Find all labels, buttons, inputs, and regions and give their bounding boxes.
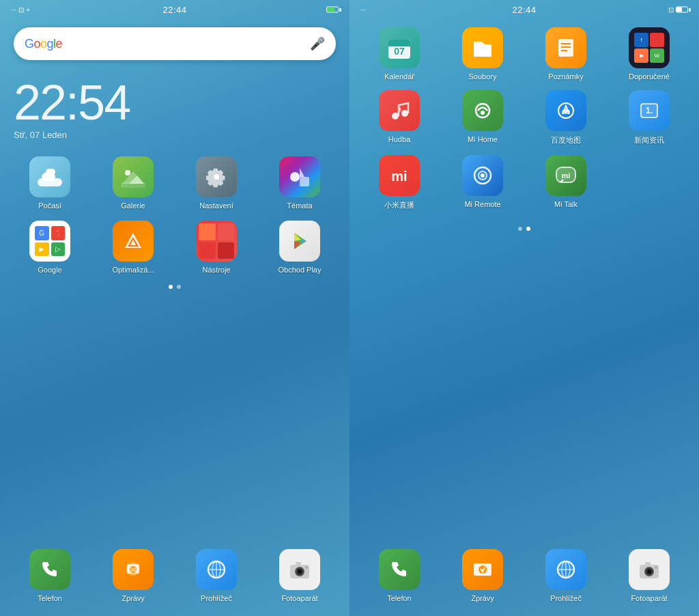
sim-r: ⊡ <box>668 6 674 14</box>
svg-text:✉: ✉ <box>130 566 136 574</box>
signal-icon: ··· <box>11 6 16 14</box>
svg-marker-6 <box>300 168 304 177</box>
app-icon-google: G 📍 ▶ ▷ <box>29 221 70 262</box>
svg-rect-31 <box>474 44 491 57</box>
app-mi[interactable]: mi 小米直播 <box>360 155 438 210</box>
rec-folder: f ▶ W <box>631 30 667 66</box>
app-pocasi[interactable]: Počasí <box>11 156 89 210</box>
app-icon-mihome <box>462 90 503 131</box>
app-grid-row1: Počasí Galerie Nastavení <box>0 143 350 279</box>
dock-prohlizec[interactable]: Prohlížeč <box>177 549 255 602</box>
dock-icon-r-telefon <box>379 549 420 590</box>
svg-point-5 <box>290 172 300 182</box>
dock-label-fotoaparat: Fotoaparát <box>281 594 317 602</box>
app-nastaveni[interactable]: Nastavení <box>177 156 255 210</box>
dock-label-r-fotoaparat: Fotoaparát <box>631 594 667 602</box>
dock-fotoaparat[interactable]: Fotoaparát <box>261 549 339 602</box>
svg-text:mi: mi <box>562 171 571 180</box>
svg-point-51 <box>481 173 485 178</box>
svg-text:mi: mi <box>391 169 407 184</box>
app-icon-mi: mi <box>379 155 420 196</box>
app-playstore[interactable]: Obchod Play <box>261 221 339 274</box>
app-label-kalendar: Kalendář <box>384 72 414 81</box>
signal-icon-r: ··· <box>360 6 366 14</box>
svg-point-26 <box>305 566 308 569</box>
status-time: 22:44 <box>162 5 186 15</box>
app-kalendar[interactable]: 07 Kalendář <box>360 27 438 81</box>
search-bar[interactable]: Google 🎤 <box>14 27 336 60</box>
status-right-left: ··· <box>360 6 366 14</box>
t1 <box>199 223 216 240</box>
t2 <box>218 223 235 240</box>
app-label-temata: Témata <box>287 201 312 210</box>
dock-icon-prohlizec <box>196 549 237 590</box>
dock-r-telefon[interactable]: Telefon <box>360 549 438 602</box>
app-icon-poznamky <box>545 27 586 68</box>
app-icon-galerie <box>113 156 154 197</box>
battery-icon <box>326 7 339 13</box>
dock-right: Telefon Zprávy Prohlížeč <box>350 542 699 616</box>
dock-icon-r-prohlizec <box>545 549 586 590</box>
dock-left: Telefon ✉ Zprávy <box>0 542 350 616</box>
status-left-icons: ··· ⊡ + <box>11 6 30 14</box>
dock-telefon[interactable]: Telefon <box>11 549 89 602</box>
svg-text:♪: ♪ <box>397 102 403 116</box>
svg-point-24 <box>298 570 302 574</box>
app-poznamky[interactable]: Poznámky <box>527 27 605 81</box>
app-doporucene[interactable]: f ▶ W Doporučené <box>610 27 688 81</box>
dock-label-prohlizec: Prohlížeč <box>201 594 232 602</box>
app-label-pocasi: Počasí <box>38 201 61 210</box>
app-label-nastaveni: Nastavení <box>199 201 233 210</box>
dock-icon-r-fotoaparat <box>629 549 670 590</box>
dot-1 <box>169 285 173 289</box>
battery-icon-r <box>676 7 688 13</box>
mic-icon[interactable]: 🎤 <box>310 36 325 51</box>
dock-r-prohlizec[interactable]: Prohlížeč <box>527 549 605 602</box>
app-mitalk[interactable]: mi Mi Talk <box>527 155 605 210</box>
app-icon-tools <box>196 221 237 262</box>
dock-r-fotoaparat[interactable]: Fotoaparát <box>610 549 688 602</box>
dock-label-r-prohlizec: Prohlížeč <box>550 594 582 602</box>
dock-r-zpravy[interactable]: Zprávy <box>444 549 522 602</box>
app-miremote[interactable]: Mi Remote <box>444 155 522 210</box>
dock-label-telefon: Telefon <box>38 594 61 602</box>
app-icon-playstore <box>279 221 320 262</box>
app-optimizer[interactable]: Optimalizá... <box>94 221 172 274</box>
app-galerie[interactable]: Galerie <box>94 156 172 210</box>
dock-icon-zpravy: ✉ <box>113 549 154 590</box>
rec3: ▶ <box>634 48 648 63</box>
app-label-google: Google <box>38 266 61 274</box>
google-folder-grid: G 📍 ▶ ▷ <box>32 223 68 259</box>
app-news[interactable]: 1. 新闻资讯 <box>610 90 688 145</box>
rec2 <box>650 33 664 47</box>
dock-icon-r-zpravy <box>462 549 503 590</box>
app-label-soubory: Soubory <box>469 72 497 81</box>
app-icon-kalendar: 07 <box>379 27 420 68</box>
app-baidu[interactable]: du 百度地图 <box>527 90 605 145</box>
svg-rect-2 <box>46 169 55 176</box>
app-label-baidu: 百度地图 <box>551 135 581 145</box>
status-bar-right: ··· 22:44 ⊡ <box>350 0 699 19</box>
app-temata[interactable]: Témata <box>261 156 339 210</box>
google-logo: Google <box>25 37 62 51</box>
right-app-grid: 07 Kalendář Soubory <box>350 19 699 216</box>
app-mihome[interactable]: Mi Home <box>444 90 522 145</box>
dock-label-zpravy: Zprávy <box>122 594 145 602</box>
app-google[interactable]: G 📍 ▶ ▷ Google <box>11 221 89 274</box>
clock-date: Stř, 07 Leden <box>14 130 336 140</box>
app-icon-miremote <box>462 155 503 196</box>
svg-text:1.: 1. <box>646 106 653 115</box>
app-icon-soubory <box>462 27 503 68</box>
app-soubory[interactable]: Soubory <box>444 27 522 81</box>
app-tools[interactable]: Nástroje <box>177 221 255 274</box>
app-label-news: 新闻资讯 <box>634 135 664 145</box>
dot-r2 <box>526 227 530 231</box>
svg-point-3 <box>125 170 130 176</box>
app-hudba[interactable]: ♪ Hudba <box>360 90 438 145</box>
status-right-icons <box>326 7 339 13</box>
svg-rect-25 <box>296 562 301 565</box>
svg-point-37 <box>401 110 408 117</box>
tools-grid <box>199 223 234 259</box>
app-label-doporucene: Doporučené <box>629 72 670 81</box>
dock-zpravy[interactable]: ✉ Zprávy <box>94 549 172 602</box>
